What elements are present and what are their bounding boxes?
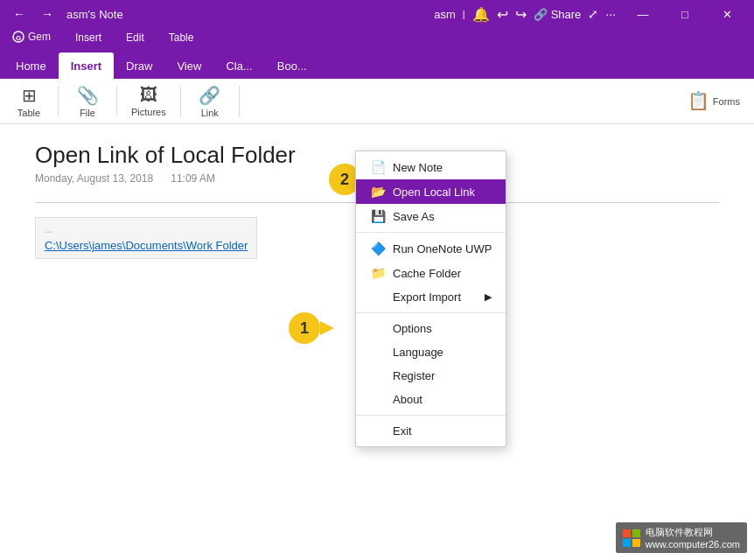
menu-sep-1	[356, 232, 506, 233]
note-area: Open Link of Local Folder Monday, August…	[0, 124, 754, 560]
tab-cla[interactable]: Cla...	[213, 52, 264, 79]
pictures-icon: 🖼	[140, 85, 157, 105]
menu-item-save-as[interactable]: 💾 Save As	[356, 204, 506, 228]
dropdown-menu: 📄 New Note 📂 Open Local Link 💾 Save As 🔷	[355, 150, 506, 447]
cmd-table[interactable]: ⊞ Table	[7, 82, 51, 121]
undo-button[interactable]: ↩	[497, 6, 508, 23]
forward-button[interactable]: →	[35, 2, 59, 26]
watermark: 电脑软件教程网 www.computer26.com	[616, 522, 747, 553]
note-link[interactable]: C:\Users\james\Documents\Work Folder	[45, 239, 248, 252]
save-as-icon: 💾	[370, 209, 386, 223]
menu-item-register[interactable]: Register	[356, 364, 506, 388]
file-icon: 📎	[77, 85, 99, 106]
cmd-forms[interactable]: 📋 Forms	[681, 82, 747, 121]
run-onenote-icon: 🔷	[370, 242, 386, 256]
cmd-link[interactable]: 🔗 Link	[188, 82, 232, 121]
tab-draw[interactable]: Draw	[114, 52, 164, 79]
minimize-button[interactable]: —	[623, 0, 663, 28]
menu-item-exit[interactable]: Exit	[356, 419, 506, 443]
menu-sep-3	[356, 415, 506, 416]
table-icon: ⊞	[22, 85, 37, 106]
menu-item-language[interactable]: Language	[356, 340, 506, 364]
more-button[interactable]: ···	[605, 7, 616, 21]
windows-logo	[623, 529, 640, 547]
user-name: asm	[434, 8, 456, 21]
gem-menubar: G Gem Insert Edit Table	[0, 28, 754, 47]
nav-buttons: ← →	[7, 2, 59, 26]
window-controls: — □ ✕	[623, 0, 747, 28]
ribbon-tabs: Home Insert Draw View Cla... Boo...	[0, 47, 754, 79]
tab-home[interactable]: Home	[3, 52, 59, 79]
submenu-arrow: ▶	[485, 291, 492, 303]
badge-1: 1	[289, 312, 320, 344]
maximize-button[interactable]: □	[665, 0, 705, 28]
back-button[interactable]: ←	[7, 2, 31, 26]
app-title: asm's Note	[66, 8, 123, 21]
tab-view[interactable]: View	[164, 52, 213, 79]
menu-item-export-import[interactable]: Export Import ▶	[356, 285, 506, 309]
cmd-pictures[interactable]: 🖼 Pictures	[124, 82, 173, 121]
svg-text:G: G	[16, 34, 21, 42]
tab-boo[interactable]: Boo...	[265, 52, 319, 79]
cmd-file[interactable]: 📎 File	[66, 82, 109, 121]
ribbon-divider-1	[58, 86, 59, 117]
open-local-link-icon: 📂	[370, 185, 386, 199]
ribbon-divider-4	[239, 86, 240, 117]
redo-button[interactable]: ↪	[515, 6, 527, 23]
app-window: ← → asm's Note asm | 🔔 ↩ ↪ 🔗Share ⤢ ··· …	[0, 0, 754, 560]
menu-item-run-onenote[interactable]: 🔷 Run OneNote UWP	[356, 236, 506, 261]
menu-sep-2	[356, 312, 506, 313]
menu-item-about[interactable]: About	[356, 388, 506, 411]
menu-item-open-local-link[interactable]: 📂 Open Local Link	[356, 179, 506, 204]
ribbon-divider-3	[180, 86, 181, 117]
menu-item-cache-folder[interactable]: 📁 Cache Folder	[356, 261, 506, 285]
menu-item-options[interactable]: Options	[356, 317, 506, 340]
cache-folder-icon: 📁	[370, 266, 386, 280]
new-note-icon: 📄	[370, 160, 386, 174]
ribbon-commands: ⊞ Table 📎 File 🖼 Pictures 🔗 Link 📋 Forms	[0, 79, 754, 124]
gem-menu-gem[interactable]: G Gem	[7, 29, 56, 47]
expand-button[interactable]: ⤢	[588, 7, 598, 21]
close-button[interactable]: ✕	[707, 0, 747, 28]
forms-icon: 📋	[688, 90, 709, 111]
title-bar-left: ← → asm's Note	[7, 2, 123, 26]
gem-menu-edit[interactable]: Edit	[121, 30, 150, 46]
gem-menu-table[interactable]: Table	[164, 30, 199, 46]
note-dots: ...	[45, 223, 248, 235]
content-area: Open Link of Local Folder Monday, August…	[0, 124, 754, 560]
tab-insert[interactable]: Insert	[59, 52, 114, 79]
link-icon: 🔗	[199, 85, 220, 106]
share-button[interactable]: 🔗Share	[534, 8, 582, 21]
title-bar-right-area: asm | 🔔 ↩ ↪ 🔗Share ⤢ ··· — □ ✕	[434, 0, 747, 28]
menu-item-new-note[interactable]: 📄 New Note	[356, 155, 506, 179]
note-link-container: ... C:\Users\james\Documents\Work Folder	[35, 217, 257, 259]
watermark-text: 电脑软件教程网 www.computer26.com	[646, 526, 740, 550]
gem-menu-insert[interactable]: Insert	[70, 30, 107, 46]
title-bar: ← → asm's Note asm | 🔔 ↩ ↪ 🔗Share ⤢ ··· …	[0, 0, 754, 28]
bell-icon[interactable]: 🔔	[472, 6, 490, 23]
ribbon-divider-2	[116, 86, 117, 117]
